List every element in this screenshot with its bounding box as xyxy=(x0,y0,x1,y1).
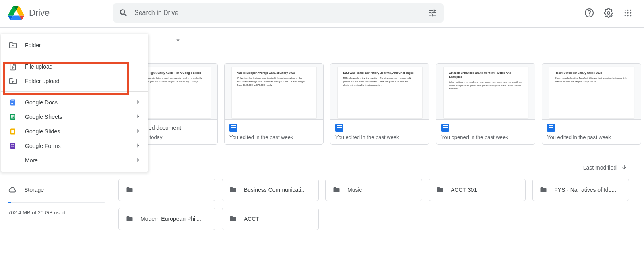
chevron-right-icon xyxy=(134,113,142,121)
storage-bar-fill xyxy=(8,202,11,203)
sort-control[interactable]: Last modified xyxy=(583,164,628,171)
sort-label: Last modified xyxy=(583,164,617,171)
storage-usage-text: 702.4 MB of 20 GB used xyxy=(8,210,105,216)
storage-nav-item[interactable]: Storage xyxy=(8,185,105,194)
menu-label: Folder xyxy=(25,42,41,48)
cloud-icon xyxy=(8,185,17,194)
folder-item[interactable]: FYS - Narratives of Ide... xyxy=(532,179,629,201)
folder-name: Modern European Phil... xyxy=(140,216,201,222)
arrow-down-icon xyxy=(621,164,628,171)
menu-separator xyxy=(1,91,148,92)
svg-rect-14 xyxy=(11,102,14,103)
file-preview: Amazon Enhanced Brand Content - Guide An… xyxy=(436,64,535,119)
file-card[interactable]: Amazon Enhanced Brand Content - Guide An… xyxy=(436,63,535,145)
file-preview: B2B Wholesale: Definition, Benefits, And… xyxy=(330,64,429,119)
menu-label: Google Forms xyxy=(25,143,61,149)
folder-icon xyxy=(539,186,548,193)
folder-name: ACCT 301 xyxy=(451,187,477,193)
svg-point-6 xyxy=(625,12,626,13)
chevron-right-icon xyxy=(134,98,142,107)
chevron-down-icon xyxy=(174,37,182,44)
suggested-files-row: How To Add High-Quality Audio For A Goog… xyxy=(118,63,644,145)
menu-label: Folder upload xyxy=(25,78,60,84)
menu-label: Google Sheets xyxy=(25,114,62,120)
svg-rect-15 xyxy=(11,103,13,104)
search-bar[interactable] xyxy=(113,3,444,23)
blank-icon xyxy=(9,156,17,164)
storage-label: Storage xyxy=(24,187,44,193)
svg-rect-21 xyxy=(11,130,14,133)
breadcrumb[interactable]: My Drive xyxy=(143,36,644,44)
google-sheets-icon xyxy=(9,113,17,121)
folder-item[interactable] xyxy=(118,179,215,201)
chevron-right-icon xyxy=(134,127,142,136)
google-docs-item[interactable]: Google Docs xyxy=(1,95,148,110)
file-upload-icon xyxy=(9,62,17,71)
file-card[interactable]: B2B Wholesale: Definition, Benefits, And… xyxy=(330,63,429,145)
folders-header: Folders Last modified xyxy=(118,164,644,171)
svg-rect-26 xyxy=(12,146,14,147)
file-preview: React Developer Salary Guide 2022React i… xyxy=(542,64,641,119)
folder-icon xyxy=(332,186,341,193)
folder-icon xyxy=(229,186,237,193)
folder-icon xyxy=(436,186,444,193)
storage-section: Storage 702.4 MB of 20 GB used xyxy=(8,185,105,216)
svg-point-11 xyxy=(630,15,631,16)
folder-item[interactable]: Music xyxy=(325,179,422,201)
menu-label: Google Slides xyxy=(25,128,60,135)
svg-point-3 xyxy=(625,10,626,11)
folder-item[interactable]: ACCT xyxy=(222,208,319,230)
file-card[interactable]: Vue Developer Average Annual Salary 2022… xyxy=(224,63,324,145)
app-header: Drive xyxy=(0,0,644,26)
search-icon xyxy=(119,8,128,17)
folder-icon xyxy=(125,215,134,222)
folder-item[interactable]: Modern European Phil... xyxy=(118,208,215,230)
menu-label: More xyxy=(25,157,38,164)
search-options-icon[interactable] xyxy=(428,8,437,17)
svg-point-4 xyxy=(627,10,628,11)
docs-icon xyxy=(441,124,449,132)
svg-point-2 xyxy=(607,12,610,14)
svg-point-9 xyxy=(625,15,626,16)
apps-grid-icon[interactable] xyxy=(623,8,633,18)
brand-name: Drive xyxy=(29,8,50,18)
svg-point-5 xyxy=(630,10,631,11)
new-folder-item[interactable]: Folder xyxy=(1,38,148,52)
svg-rect-13 xyxy=(11,101,14,102)
file-subtitle: You edited in the past week xyxy=(335,134,424,140)
docs-icon xyxy=(547,124,555,132)
brand[interactable]: Drive xyxy=(8,6,113,20)
google-forms-icon xyxy=(9,142,17,150)
file-card[interactable]: React Developer Salary Guide 2022React i… xyxy=(542,63,641,145)
new-folder-icon xyxy=(9,41,17,49)
file-subtitle: You opened in the past week xyxy=(441,134,530,140)
search-input[interactable] xyxy=(134,9,422,17)
chevron-right-icon xyxy=(134,142,142,150)
folder-upload-icon xyxy=(9,77,17,85)
google-slides-item[interactable]: Google Slides xyxy=(1,124,148,139)
google-forms-item[interactable]: Google Forms xyxy=(1,139,148,153)
folder-name: ACCT xyxy=(244,216,259,222)
file-upload-item[interactable]: File upload xyxy=(1,59,148,74)
file-preview: Vue Developer Average Annual Salary 2022… xyxy=(225,64,323,119)
docs-icon xyxy=(229,124,237,132)
google-slides-icon xyxy=(9,127,17,135)
menu-separator xyxy=(1,56,148,56)
folder-item[interactable]: ACCT 301 xyxy=(429,179,526,201)
folders-grid: Business Communicati... Music ACCT 301 F… xyxy=(118,179,644,230)
svg-point-23 xyxy=(11,144,12,145)
help-icon[interactable] xyxy=(584,8,594,18)
folder-icon xyxy=(125,186,134,193)
folder-upload-item[interactable]: Folder upload xyxy=(1,74,148,88)
folder-name: Business Communicati... xyxy=(244,187,306,193)
new-menu: Folder File upload Folder upload Google … xyxy=(1,34,148,172)
svg-rect-24 xyxy=(12,144,14,145)
chevron-right-icon xyxy=(134,156,142,165)
folder-item[interactable]: Business Communicati... xyxy=(222,179,319,201)
svg-point-10 xyxy=(627,15,628,16)
more-item[interactable]: More xyxy=(1,153,148,168)
gear-icon[interactable] xyxy=(604,8,613,18)
svg-point-7 xyxy=(627,12,628,13)
docs-icon xyxy=(335,124,343,132)
google-sheets-item[interactable]: Google Sheets xyxy=(1,110,148,124)
